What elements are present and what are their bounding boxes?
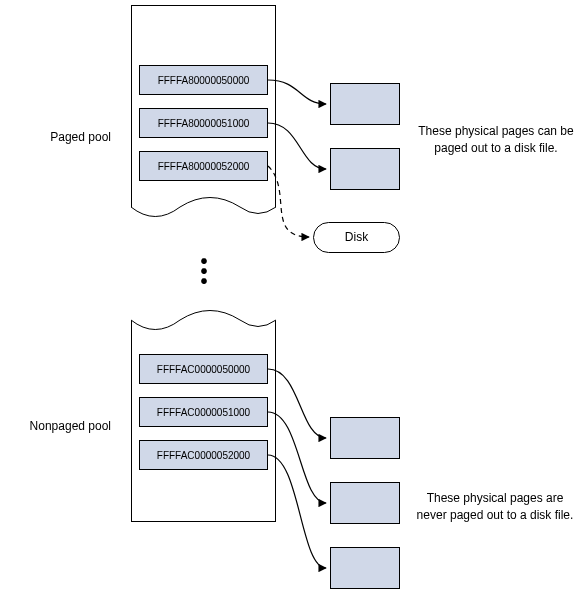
paged-pool-label: Paged pool — [5, 130, 111, 144]
paged-physical-page-0 — [330, 83, 400, 125]
paged-page-1: FFFFA80000051000 — [139, 108, 268, 138]
paged-page-0: FFFFA80000050000 — [139, 65, 268, 95]
nonpaged-pool-caption: These physical pages arenever paged out … — [405, 490, 585, 524]
paged-page-2: FFFFA80000052000 — [139, 151, 268, 181]
nonpaged-page-1: FFFFAC0000051000 — [139, 397, 268, 427]
memory-pool-diagram: Paged pool FFFFA80000050000 FFFFA8000005… — [0, 0, 586, 594]
nonpaged-physical-page-0 — [330, 417, 400, 459]
nonpaged-page-0: FFFFAC0000050000 — [139, 354, 268, 384]
nonpaged-page-2: FFFFAC0000052000 — [139, 440, 268, 470]
paged-physical-page-1 — [330, 148, 400, 190]
nonpaged-physical-page-1 — [330, 482, 400, 524]
continuation-dots: ••• — [190, 256, 220, 286]
disk-node: Disk — [313, 222, 400, 253]
nonpaged-pool-label: Nonpaged pool — [5, 419, 111, 433]
nonpaged-physical-page-2 — [330, 547, 400, 589]
paged-pool-caption: These physical pages can bepaged out to … — [410, 123, 582, 157]
